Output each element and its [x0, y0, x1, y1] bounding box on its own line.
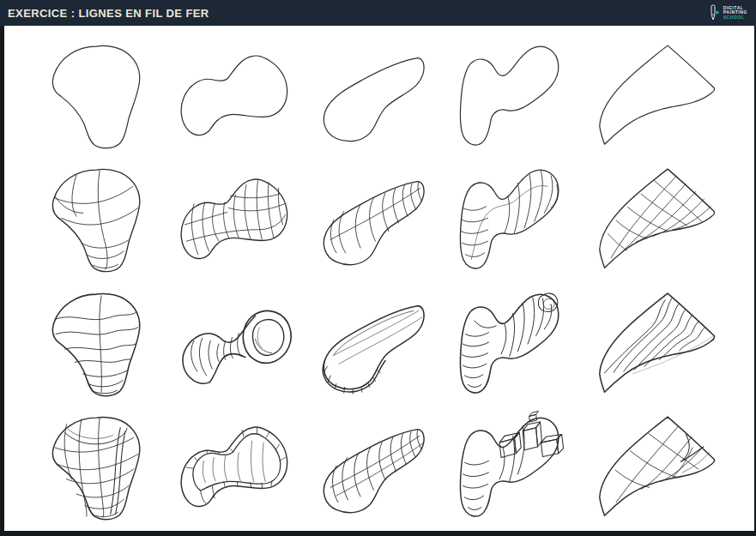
blob-sail-contour-lines — [593, 282, 734, 406]
page-title: EXERCICE : LIGNES EN FIL DE FER — [8, 7, 209, 20]
blob-wave-outline-drawing — [451, 34, 592, 158]
blob-wave-ringed-worm — [451, 282, 592, 406]
blob-wave-worm-with-boxes — [451, 406, 592, 529]
blob-pear-complex-wireframe — [28, 406, 169, 529]
title-bar: EXERCICE : LIGNES EN FIL DE FER DIGITAL … — [0, 0, 756, 26]
blob-peanut-outline-drawing — [169, 34, 310, 158]
play-triangle-icon — [716, 10, 719, 15]
blob-pear-grid-wireframe — [28, 158, 169, 281]
blob-sail-folded-wireframe-drawing — [593, 406, 734, 529]
blob-peanut-grid-wireframe — [169, 158, 310, 281]
blob-peanut-outline — [169, 34, 310, 158]
blob-bean-grid-wireframe-drawing — [311, 158, 451, 281]
blob-bean-complex-wireframe-drawing — [311, 406, 451, 529]
worksheet-grid — [4, 26, 754, 531]
brand-logo: DIGITAL PAINTING SCHOOL — [707, 3, 747, 22]
blob-bean-extruded-slab — [311, 282, 451, 406]
blob-wave-ringed-worm-drawing — [451, 282, 592, 406]
blob-pear-grid-wireframe-drawing — [28, 158, 169, 281]
stylus-pen-icon — [707, 3, 721, 22]
row-1-plain-outlines — [28, 34, 734, 158]
blob-wave-outline — [451, 34, 592, 158]
blob-wave-worm-with-boxes-drawing — [451, 406, 592, 529]
blob-wave-grid-wireframe-drawing — [451, 158, 592, 281]
blob-bean-extruded-slab-drawing — [311, 282, 451, 406]
blob-sail-grid-wireframe-drawing — [593, 158, 734, 281]
blob-wave-grid-wireframe — [451, 158, 592, 281]
page-frame: EXERCICE : LIGNES EN FIL DE FER DIGITAL … — [0, 0, 756, 536]
blob-peanut-funnel-tube-drawing — [169, 282, 310, 406]
blob-peanut-hollow-bowl-drawing — [169, 406, 310, 529]
blob-bean-complex-wireframe — [311, 406, 451, 529]
row-3-contour-lines — [28, 282, 734, 406]
row-4-complex-wireframes — [28, 406, 734, 529]
blob-pear-outline-drawing — [28, 34, 169, 158]
blob-sail-grid-wireframe — [593, 158, 734, 281]
blob-sail-folded-wireframe — [593, 406, 734, 529]
blob-pear-contour-lines-drawing — [28, 282, 169, 406]
logo-line-school: SCHOOL — [723, 15, 747, 21]
row-2-grid-wireframes — [28, 158, 734, 281]
blob-peanut-grid-wireframe-drawing — [169, 158, 310, 281]
blob-peanut-hollow-bowl — [169, 406, 310, 529]
blob-bean-grid-wireframe — [311, 158, 451, 281]
brand-logo-text: DIGITAL PAINTING SCHOOL — [723, 6, 747, 21]
blob-pear-outline — [28, 34, 169, 158]
blob-sail-outline-drawing — [593, 34, 734, 158]
blob-bean-outline — [311, 34, 451, 158]
blob-sail-outline — [593, 34, 734, 158]
blob-pear-contour-lines — [28, 282, 169, 406]
blob-sail-contour-lines-drawing — [593, 282, 734, 406]
blob-bean-outline-drawing — [311, 34, 451, 158]
blob-pear-complex-wireframe-drawing — [28, 406, 169, 529]
blob-peanut-funnel-tube — [169, 282, 310, 406]
